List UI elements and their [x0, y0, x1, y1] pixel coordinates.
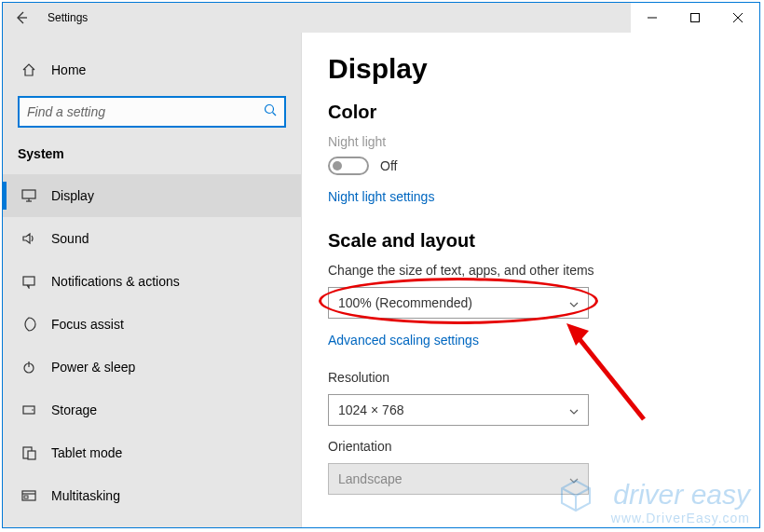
maximize-icon [690, 13, 700, 22]
night-light-label: Night light [328, 134, 733, 149]
sidebar-item-label: Display [51, 188, 94, 203]
display-icon [18, 188, 40, 203]
maximize-button[interactable] [674, 3, 716, 33]
watermark-line2: www.DriverEasy.com [554, 511, 750, 525]
close-button[interactable] [716, 3, 759, 33]
scale-heading: Scale and layout [328, 230, 733, 252]
svg-rect-7 [22, 190, 35, 198]
resolution-dropdown[interactable]: 1024 × 768 [328, 394, 589, 426]
sound-icon [18, 231, 40, 246]
search-icon [264, 103, 277, 120]
sidebar-item-focus-assist[interactable]: Focus assist [3, 303, 301, 346]
orientation-label: Orientation [328, 439, 733, 454]
sidebar-item-label: Focus assist [51, 317, 124, 332]
scale-label: Change the size of text, apps, and other… [328, 263, 733, 278]
advanced-scaling-link[interactable]: Advanced scaling settings [328, 333, 479, 348]
settings-window: Settings Home System [2, 2, 760, 528]
sidebar: Home System DisplaySoundNotifications & … [3, 33, 301, 527]
minimize-icon [648, 13, 657, 22]
svg-rect-16 [28, 451, 35, 459]
page-title: Display [328, 53, 733, 85]
scale-dropdown[interactable]: 100% (Recommended) [328, 287, 589, 319]
main-panel: Display Color Night light Off Night ligh… [302, 33, 759, 527]
svg-point-5 [266, 105, 274, 114]
night-light-toggle[interactable] [328, 157, 369, 175]
sidebar-item-notifications[interactable]: Notifications & actions [3, 260, 301, 303]
orientation-value: Landscape [338, 471, 402, 486]
chevron-down-icon [569, 471, 579, 486]
section-label: System [3, 146, 301, 174]
window-title: Settings [40, 11, 88, 24]
sidebar-item-power-sleep[interactable]: Power & sleep [3, 346, 301, 389]
home-button[interactable]: Home [3, 55, 301, 85]
sidebar-item-tablet-mode[interactable]: Tablet mode [3, 431, 301, 474]
resolution-label: Resolution [328, 370, 733, 385]
multitasking-icon [18, 488, 40, 503]
chevron-down-icon [569, 295, 579, 310]
arrow-left-icon [14, 10, 29, 25]
sidebar-item-label: Multitasking [51, 488, 120, 503]
svg-marker-21 [566, 323, 589, 346]
sidebar-item-label: Sound [51, 231, 89, 246]
sidebar-item-multitasking[interactable]: Multitasking [3, 474, 301, 517]
storage-icon [18, 402, 40, 417]
sidebar-item-sound[interactable]: Sound [3, 217, 301, 260]
titlebar: Settings [3, 3, 759, 33]
svg-rect-10 [23, 277, 34, 285]
sidebar-item-label: Storage [51, 402, 97, 417]
svg-point-14 [32, 409, 34, 411]
sidebar-item-label: Power & sleep [51, 360, 135, 375]
sidebar-item-label: Notifications & actions [51, 274, 180, 289]
sidebar-item-storage[interactable]: Storage [3, 389, 301, 431]
watermark-line1: driver easy [601, 479, 750, 511]
focus-assist-icon [18, 317, 40, 332]
night-light-state: Off [380, 158, 397, 173]
search-input-wrap[interactable] [18, 96, 286, 128]
tablet-mode-icon [18, 445, 40, 460]
color-heading: Color [328, 102, 733, 123]
orientation-dropdown[interactable]: Landscape [328, 463, 589, 495]
home-icon [18, 62, 40, 77]
close-icon [733, 13, 743, 22]
sidebar-item-display[interactable]: Display [3, 174, 301, 217]
power-sleep-icon [18, 360, 40, 375]
svg-rect-2 [691, 14, 700, 22]
scale-value: 100% (Recommended) [338, 295, 472, 310]
home-label: Home [51, 62, 86, 77]
back-button[interactable] [3, 3, 40, 33]
chevron-down-icon [569, 402, 579, 417]
svg-rect-19 [24, 496, 28, 498]
search-input[interactable] [27, 104, 264, 119]
resolution-value: 1024 × 768 [338, 402, 403, 417]
sidebar-item-label: Tablet mode [51, 445, 122, 460]
notifications-icon [18, 274, 40, 289]
night-light-settings-link[interactable]: Night light settings [328, 189, 434, 204]
svg-line-6 [273, 113, 277, 116]
minimize-button[interactable] [631, 3, 674, 33]
